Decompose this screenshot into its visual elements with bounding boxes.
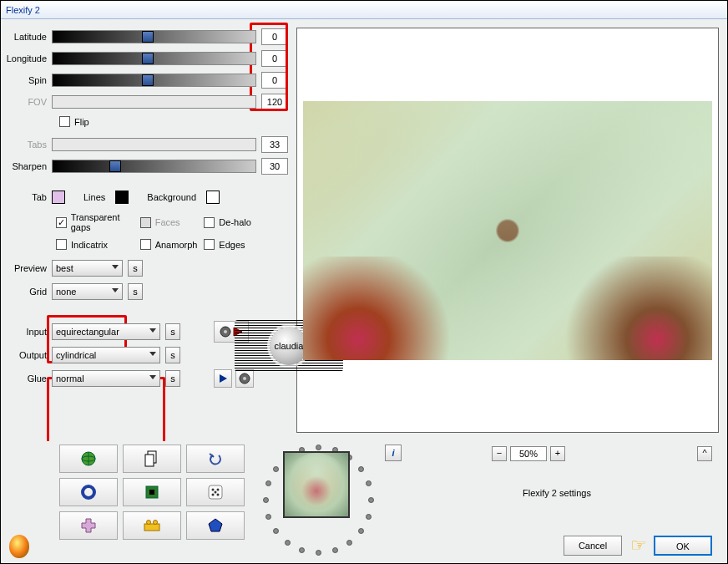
settings-label: Flexify 2 settings bbox=[523, 488, 591, 498]
faces-label: Faces bbox=[155, 217, 180, 227]
dehalo-checkbox[interactable] bbox=[204, 217, 215, 228]
glue-play-button[interactable] bbox=[214, 369, 232, 388]
color-row: Tab Lines Background bbox=[6, 191, 288, 204]
transparent-gaps-label: Transparent gaps bbox=[71, 212, 140, 232]
cancel-button[interactable]: Cancel bbox=[564, 536, 622, 556]
sharpen-label: Sharpen bbox=[6, 161, 52, 171]
info-button[interactable]: i bbox=[385, 445, 402, 461]
svg-point-14 bbox=[212, 489, 215, 491]
thumbnail-preview[interactable] bbox=[283, 451, 350, 518]
output-dropdown[interactable]: cylindrical bbox=[52, 347, 160, 363]
undo-icon bbox=[207, 452, 224, 465]
latitude-row: Latitude 0 bbox=[6, 28, 288, 46]
edges-checkbox[interactable] bbox=[204, 239, 215, 250]
ok-button[interactable]: OK bbox=[654, 536, 712, 556]
input-s-button[interactable]: s bbox=[165, 323, 180, 340]
latitude-slider[interactable] bbox=[52, 30, 256, 43]
tool-globe-button[interactable] bbox=[59, 445, 118, 473]
tab-color-swatch[interactable] bbox=[52, 191, 65, 204]
grid-row: Grid none s bbox=[6, 282, 288, 302]
flip-row: Flip bbox=[59, 116, 288, 127]
lines-color-swatch[interactable] bbox=[115, 191, 129, 204]
svg-point-21 bbox=[154, 521, 158, 525]
input-dropdown[interactable]: equirectangular bbox=[52, 323, 160, 340]
tabs-value[interactable]: 33 bbox=[261, 136, 288, 153]
longitude-slider[interactable] bbox=[52, 52, 256, 65]
zoom-in-button[interactable]: + bbox=[550, 446, 565, 461]
glue-dropdown[interactable]: normal bbox=[52, 370, 160, 387]
brick-icon bbox=[143, 519, 161, 532]
preview-value: best bbox=[56, 263, 73, 273]
svg-rect-12 bbox=[149, 490, 154, 495]
flip-label: Flip bbox=[74, 117, 89, 127]
preview-label: Preview bbox=[6, 263, 52, 273]
input-value: equirectangular bbox=[56, 327, 119, 337]
transparent-gaps-checkbox[interactable]: ✓ bbox=[56, 217, 67, 228]
play-icon bbox=[218, 373, 228, 384]
zoom-out-button[interactable]: − bbox=[492, 446, 507, 461]
tool-square-button[interactable] bbox=[123, 478, 181, 506]
window-title: Flexify 2 bbox=[6, 5, 40, 15]
chevron-down-icon bbox=[149, 375, 156, 379]
anamorph-label: Anamorph bbox=[155, 240, 198, 250]
grid-value: none bbox=[56, 287, 76, 297]
tool-brick-button[interactable] bbox=[123, 511, 181, 540]
spin-slider[interactable] bbox=[52, 74, 256, 87]
globe-icon bbox=[80, 450, 97, 467]
preview-image bbox=[303, 101, 712, 360]
indicatrix-label: Indicatrix bbox=[71, 240, 108, 250]
egg-icon[interactable] bbox=[9, 535, 29, 558]
tab-color-label: Tab bbox=[6, 192, 52, 202]
svg-point-15 bbox=[217, 489, 220, 491]
output-s-button[interactable]: s bbox=[165, 347, 180, 363]
tool-plus-button[interactable] bbox=[59, 511, 118, 540]
dice-icon bbox=[207, 484, 224, 500]
anamorph-checkbox[interactable] bbox=[140, 239, 151, 250]
tool-copy-button[interactable] bbox=[123, 445, 181, 473]
spin-row: Spin 0 bbox=[6, 71, 288, 89]
collapse-button[interactable]: ^ bbox=[697, 446, 712, 461]
grid-s-button[interactable]: s bbox=[128, 283, 143, 300]
spin-label: Spin bbox=[6, 75, 52, 85]
svg-rect-9 bbox=[145, 455, 154, 466]
indicatrix-checkbox[interactable] bbox=[56, 239, 67, 250]
svg-marker-3 bbox=[220, 374, 227, 383]
preview-dropdown[interactable]: best bbox=[52, 260, 123, 277]
tool-ring-button[interactable] bbox=[59, 478, 118, 506]
bottom-bar: i − 50% + ^ Flexify 2 settings Cancel ☞ … bbox=[1, 441, 727, 564]
svg-point-1 bbox=[224, 330, 227, 333]
sharpen-slider[interactable] bbox=[52, 160, 256, 173]
sharpen-value[interactable]: 30 bbox=[261, 158, 288, 175]
fov-slider bbox=[52, 95, 256, 109]
tool-button-grid bbox=[59, 445, 245, 561]
tool-undo-button[interactable] bbox=[186, 445, 245, 473]
bg-color-swatch[interactable] bbox=[206, 191, 220, 204]
glue-s-button[interactable]: s bbox=[165, 370, 180, 387]
chevron-down-icon bbox=[112, 265, 119, 269]
chevron-down-icon bbox=[149, 328, 156, 333]
lines-color-label: Lines bbox=[83, 192, 110, 202]
window-titlebar: Flexify 2 bbox=[1, 1, 727, 19]
svg-point-20 bbox=[147, 521, 151, 525]
grid-dropdown[interactable]: none bbox=[52, 283, 123, 300]
tabs-label: Tabs bbox=[6, 140, 52, 150]
pentagon-icon bbox=[207, 517, 224, 534]
svg-marker-22 bbox=[209, 519, 222, 531]
glue-value: normal bbox=[56, 373, 84, 384]
glue-disc-button[interactable] bbox=[235, 369, 254, 388]
preview-pane[interactable] bbox=[296, 28, 719, 433]
svg-point-5 bbox=[243, 377, 246, 380]
preview-row: Preview best s bbox=[6, 258, 288, 278]
watermark-text: claudia bbox=[275, 341, 304, 351]
tool-pentagon-button[interactable] bbox=[186, 511, 245, 540]
tool-dice-button[interactable] bbox=[186, 478, 245, 506]
zoom-value[interactable]: 50% bbox=[510, 446, 547, 461]
thumbnail-area bbox=[260, 445, 377, 561]
highlight-io bbox=[47, 377, 165, 447]
pointing-hand-icon: ☞ bbox=[630, 535, 647, 556]
tabs-slider bbox=[52, 138, 256, 151]
svg-rect-19 bbox=[144, 524, 159, 531]
flip-checkbox[interactable] bbox=[59, 116, 70, 127]
preview-s-button[interactable]: s bbox=[128, 260, 143, 277]
svg-point-17 bbox=[217, 494, 220, 496]
